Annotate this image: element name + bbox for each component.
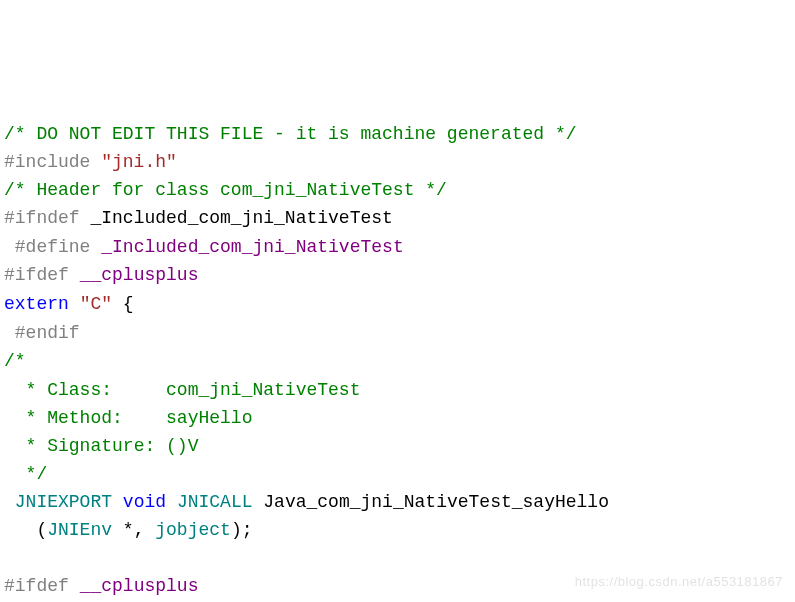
code-line: /* DO NOT EDIT THIS FILE - it is machine… (4, 120, 791, 148)
code-line: */ (4, 460, 791, 488)
code-line: ⁢#ifdef __cplusplus (4, 261, 791, 290)
code-line: /* Header for class com_jni_NativeTest *… (4, 176, 791, 204)
code-line: ⁢extern "C" { (4, 290, 791, 319)
code-line: JNIEXPORT void JNICALL Java_com_jni_Nati… (4, 488, 791, 516)
watermark-text: https://blog.csdn.net/a553181867 (575, 568, 783, 596)
code-line: (JNIEnv *, jobject); (4, 516, 791, 544)
code-line: ⁢#ifndef _Included_com_jni_NativeTest (4, 204, 791, 233)
code-line: * Signature: ()V (4, 432, 791, 460)
code-line: #define _Included_com_jni_NativeTest (4, 233, 791, 261)
code-line: * Class: com_jni_NativeTest (4, 376, 791, 404)
code-line: * Method: sayHello (4, 404, 791, 432)
code-block: /* DO NOT EDIT THIS FILE - it is machine… (4, 120, 791, 602)
code-line: ⁢/* (4, 347, 791, 376)
code-line: #endif (4, 319, 791, 347)
code-line: #include "jni.h" (4, 148, 791, 176)
